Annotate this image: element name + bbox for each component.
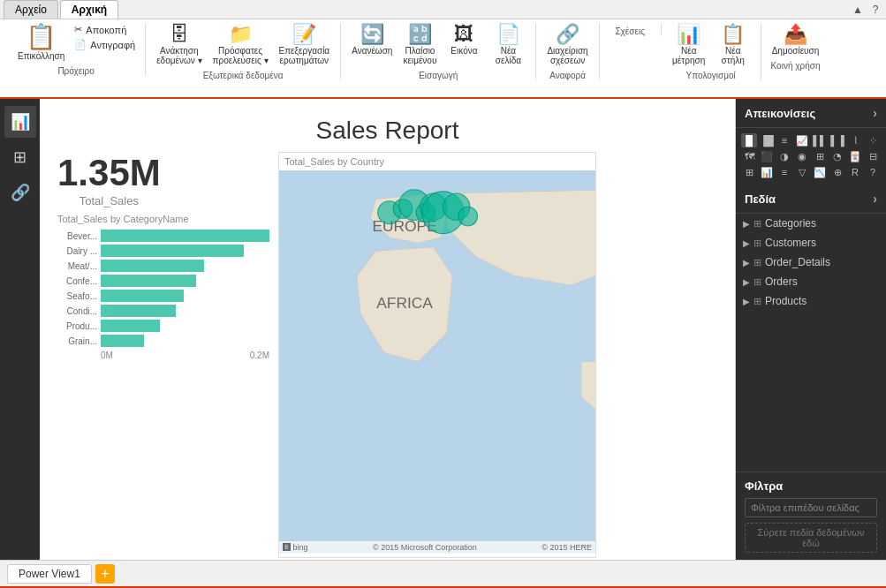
new-page-label: Νέασελίδα [496, 46, 521, 65]
viz-pie[interactable]: ◑ [776, 149, 792, 163]
copy-label: Αντιγραφή [90, 40, 135, 50]
viz-map[interactable]: 🗺 [741, 149, 757, 163]
new-column-button[interactable]: 📋 Νέαστήλη [713, 23, 753, 67]
copy-icon: 📄 [74, 39, 87, 50]
relationships-icon: 🔗 [556, 25, 579, 44]
fields-panel: Πεδία › ▶ ⊞ Categories ▶ ⊞ Customers ▶ ⊞… [736, 185, 886, 471]
new-measure-icon: 📊 [677, 25, 700, 44]
filter-drop-zone[interactable]: Σύρετε πεδία δεδομένων εδώ [745, 523, 877, 553]
help-icon[interactable]: ? [868, 3, 882, 17]
new-measure-button[interactable]: 📊 Νέαμέτρηση [669, 23, 709, 67]
viz-table[interactable]: ⊟ [865, 149, 881, 163]
new-page-icon: 📄 [496, 25, 520, 44]
bar-row: Confe... [57, 275, 269, 287]
edit-queries-button[interactable]: 📝 Επεξεργασίαερωτημάτων [276, 23, 334, 67]
table-icon: ⊞ [753, 257, 761, 268]
svg-point-14 [458, 207, 478, 226]
copy-button[interactable]: 📄 Αντιγραφή [72, 38, 138, 51]
calc-group-label: Υπολογισμοί [686, 67, 736, 80]
bar-label: Meat/... [57, 261, 97, 271]
viz-scatter[interactable]: ⁘ [865, 133, 881, 147]
share-group-label: Κοινή χρήση [771, 57, 821, 71]
bar-chart-title: Total_Sales by CategoryName [57, 214, 269, 224]
new-column-label: Νέαστήλη [722, 46, 745, 65]
viz-col[interactable]: ▌▐ [829, 133, 845, 147]
fields-list: ▶ ⊞ Categories ▶ ⊞ Customers ▶ ⊞ Order_D… [736, 214, 886, 311]
paste-icon: 📋 [26, 25, 57, 49]
viz-100-bar[interactable]: ≡ [776, 133, 792, 147]
field-arrow: ▶ [743, 219, 750, 229]
image-button[interactable]: 🖼 Εικόνα [443, 23, 484, 57]
canvas-area[interactable]: Sales Report 1.35M Total_Sales Total_Sal… [40, 99, 736, 560]
calc-items: 📊 Νέαμέτρηση 📋 Νέαστήλη [669, 23, 753, 67]
minimize-icon[interactable]: ▲ [851, 3, 865, 17]
viz-donut[interactable]: ◉ [794, 149, 810, 163]
bar-fill [101, 245, 244, 257]
cut-button[interactable]: ✂ Αποκοπή [72, 23, 138, 36]
bar-fill [101, 230, 269, 242]
metric-box: 1.35M Total_Sales [57, 152, 161, 207]
report-group-label: Αναφορά [549, 67, 586, 80]
viz-custom[interactable]: ⊕ [829, 165, 845, 179]
viz-bar[interactable]: ▐▌ [741, 133, 757, 147]
field-item-orders[interactable]: ▶ ⊞ Orders [736, 272, 886, 291]
bar-track [101, 260, 269, 272]
viz-line[interactable]: 📈 [794, 133, 810, 147]
visualizations-arrow[interactable]: › [873, 106, 877, 120]
refresh-data-button[interactable]: 🗄 Ανάκτησηεδομένων ▾ [153, 23, 205, 67]
relationships-button[interactable]: 🔗 Διαχείρισησχέσεων [543, 23, 591, 67]
cut-label: Αποκοπή [86, 25, 126, 35]
axis-max: 0.2M [250, 351, 269, 360]
textbox-button[interactable]: 🔡 Πλαίσιοκειμένου [399, 23, 440, 67]
recent-sources-button[interactable]: 📁 Πρόσφατεςπροελεύσεις ▾ [209, 23, 272, 67]
field-item-products[interactable]: ▶ ⊞ Products [736, 291, 886, 311]
field-item-customers[interactable]: ▶ ⊞ Customers [736, 233, 886, 253]
bar-fill [101, 260, 204, 272]
new-column-icon: 📋 [721, 25, 745, 44]
sidebar-report-icon[interactable]: 📊 [4, 106, 36, 138]
viz-funnel[interactable]: ▽ [794, 165, 810, 179]
title-icons: ▲ ? [851, 3, 882, 17]
tab-file[interactable]: Αρχείο [4, 0, 58, 19]
insert-items: 🔄 Ανανέωση 🔡 Πλαίσιοκειμένου 🖼 Εικόνα 📄 … [348, 23, 528, 67]
sidebar-data-icon[interactable]: ⊞ [4, 141, 36, 173]
bar-label: Dairy ... [57, 246, 97, 256]
table-icon: ⊞ [753, 218, 761, 230]
new-page-button[interactable]: 📄 Νέασελίδα [488, 23, 528, 67]
viz-r[interactable]: R [847, 165, 863, 179]
field-item-categories[interactable]: ▶ ⊞ Categories [736, 214, 886, 233]
bar-row: Grain... [57, 335, 269, 347]
bar-axis: 0M 0.2M [57, 351, 269, 360]
refresh-button[interactable]: 🔄 Ανανέωση [348, 23, 396, 57]
power-view-tab[interactable]: Power View1 [7, 564, 92, 584]
viz-waterfall[interactable]: 📉 [812, 165, 828, 179]
viz-filled-map[interactable]: ⬛ [759, 149, 775, 163]
viz-stacked-bar[interactable]: ▐█ [759, 133, 775, 147]
table-icon: ⊞ [753, 296, 761, 307]
viz-area[interactable]: ⌇ [847, 133, 863, 147]
world-map-svg: NORTH AMERICA SOUTH AMERICA EUROPE AFRIC… [279, 170, 595, 554]
viz-slicer[interactable]: ≡ [776, 165, 792, 179]
field-item-order_details[interactable]: ▶ ⊞ Order_Details [736, 253, 886, 272]
viz-qna[interactable]: ? [865, 165, 881, 179]
bar-fill [101, 305, 176, 317]
viz-treemap[interactable]: ⊞ [812, 149, 828, 163]
page-filter-label: Φίλτρα επιπέδου σελίδας [745, 498, 877, 517]
bar-track [101, 320, 269, 332]
tab-home[interactable]: Αρχική [60, 0, 118, 19]
viz-matrix[interactable]: ⊞ [741, 165, 757, 179]
ribbon-group-external: 🗄 Ανάκτησηεδομένων ▾ 📁 Πρόσφατεςπροελεύσ… [146, 23, 341, 80]
sidebar-model-icon[interactable]: 🔗 [4, 177, 36, 208]
bar-fill [101, 290, 184, 302]
publish-button[interactable]: 📤 Δημοσίευση [769, 23, 823, 57]
visualizations-title: Απεικονίσεις [745, 107, 815, 120]
fields-arrow[interactable]: › [873, 192, 877, 206]
paste-button[interactable]: 📋 Επικόλληση [14, 23, 68, 63]
viz-card[interactable]: 🃏 [847, 149, 863, 163]
viz-stacked-col[interactable]: ▌▌ [812, 133, 828, 147]
viz-kpi[interactable]: 📊 [759, 165, 775, 179]
recent-sources-icon: 📁 [229, 25, 253, 44]
add-tab-button[interactable]: + [95, 564, 115, 584]
viz-gauge[interactable]: ◔ [829, 149, 845, 163]
title-tabs: Αρχείο Αρχική [4, 0, 118, 19]
